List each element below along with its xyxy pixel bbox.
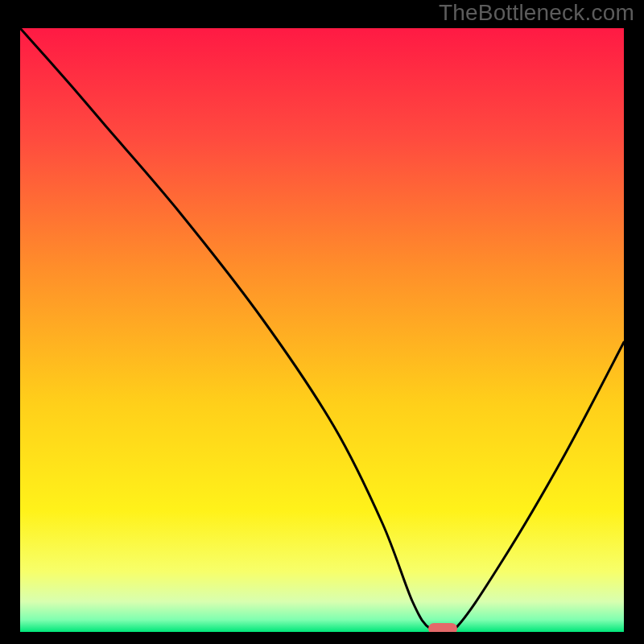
bottleneck-curve: [20, 28, 624, 632]
chart-container: TheBottleneck.com: [0, 0, 644, 644]
optimum-marker: [428, 623, 457, 632]
watermark-text: TheBottleneck.com: [439, 0, 634, 26]
plot-area: [20, 28, 624, 632]
